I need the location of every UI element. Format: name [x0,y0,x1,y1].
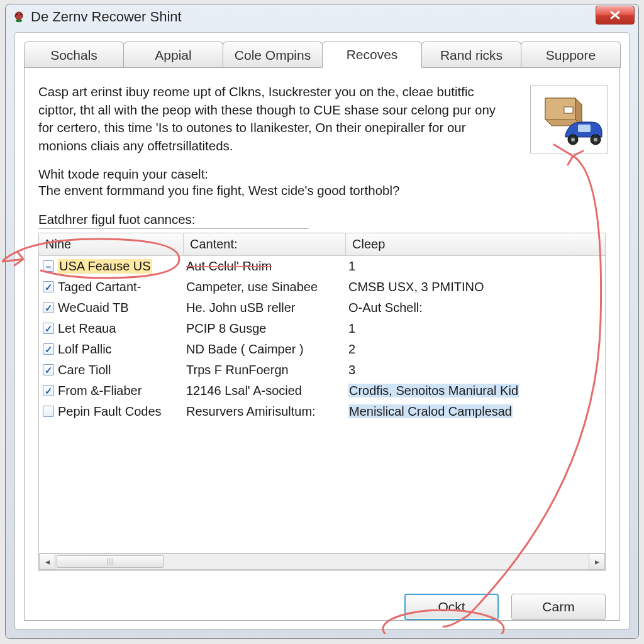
svg-point-1 [16,19,22,22]
tab-label: Rand ricks [440,48,502,63]
horizontal-scrollbar[interactable]: ◂ ▸ [39,553,605,570]
cell-cantent: Trps F RunFoergn [184,363,346,377]
cell-nine: Care Tioll [39,363,184,377]
table-row[interactable]: Care TiollTrps F RunFoergn3 [39,360,605,380]
tab-panel: Casp art erinst ibuy reome upt of Clkns,… [24,67,620,621]
table-row[interactable]: From &-Fliaber12146 Lsal' A-sociedCrodfi… [39,380,605,401]
row-checkbox[interactable] [43,323,54,334]
svg-point-12 [594,138,597,142]
cell-cleep: CMSB USX, 3 PMITINO [346,280,605,294]
ok-button-label: Ockt [438,599,465,614]
tab-bar: Sochals Appial Cole Ompins Recoves Rand … [24,42,620,68]
column-header-nine[interactable]: Nine [39,233,184,255]
list-header: Nine Cantent: Cleep [39,233,605,256]
ok-button[interactable]: Ockt [404,594,499,620]
svg-rect-7 [564,107,573,113]
cell-cantent: Aut Cclul' Ruim [184,259,346,274]
cell-cantent: PCIP 8 Gusge [184,321,346,336]
list-view: Nine Cantent: Cleep USA Feause USAut Ccl… [38,233,606,571]
table-row[interactable]: Pepin Fault CodesResurvers Amirisultum:M… [39,401,605,422]
tab-label: Appial [155,48,191,63]
cell-nine: Lolf Pallic [39,342,184,357]
cell-nine-text: USA Feause US [58,259,152,274]
titlebar[interactable]: De Zernv Recower Shint [6,4,638,30]
tab-label: Recoves [347,47,398,62]
cell-cantent: Campeter, use Sinabee [184,280,346,294]
cell-nine-text: Let Reaua [58,321,116,336]
box-icon [545,98,582,126]
table-row[interactable]: USA Feause USAut Cclul' Ruim1 [39,256,605,277]
svg-point-3 [20,14,21,15]
scroll-thumb[interactable] [57,555,164,568]
cell-nine: Taged Cartant- [39,280,184,294]
svg-point-2 [16,14,18,15]
cell-nine: Let Reaua [39,321,184,336]
tab-label: Cole Ompins [235,48,311,63]
app-window: De Zernv Recower Shint Sochals Appial Co… [5,4,639,639]
row-checkbox[interactable] [43,406,54,417]
svg-rect-8 [578,125,591,132]
column-header-cantent[interactable]: Cantent: [184,233,346,255]
cell-cleep: Crodfis, Senoitos Maniural Kid [346,384,605,398]
table-row[interactable]: Taged Cartant-Campeter, use SinabeeCMSB … [39,277,605,297]
tab-label: Suppore [546,48,596,63]
close-icon [609,10,621,20]
cell-cantent: Resurvers Amirisultum: [184,404,346,419]
scroll-right-button[interactable]: ▸ [589,553,605,570]
table-row[interactable]: Let ReauaPCIP 8 Gusge1 [39,318,605,339]
prompt-line-2: The envent formmand you fine fight, West… [38,183,606,198]
app-icon [12,10,26,24]
svg-point-0 [15,12,23,19]
tab-sochals[interactable]: Sochals [24,42,124,68]
list-body: USA Feause USAut Cclul' Ruim1Taged Carta… [39,256,605,553]
client-area: Sochals Appial Cole Ompins Recoves Rand … [14,32,630,630]
table-row[interactable]: WeCuaid TBHe. John uSB rellerO-Aut Schel… [39,297,605,318]
row-checkbox[interactable] [43,364,54,375]
svg-point-10 [571,138,575,142]
tab-label: Sochals [50,48,97,63]
cell-nine-text: Care Tioll [58,363,111,377]
cancel-button[interactable]: Carm [511,594,606,620]
row-checkbox[interactable] [43,343,54,355]
cell-cleep: 1 [346,321,605,336]
cell-nine: WeCuaid TB [39,301,184,315]
tab-appial[interactable]: Appial [123,42,223,68]
tab-recoves[interactable]: Recoves [322,42,422,68]
cell-nine: USA Feause US [39,259,184,274]
prompt-line-1: Whit txode requin your caselt: [38,167,606,182]
scroll-left-button[interactable]: ◂ [39,553,55,570]
row-checkbox[interactable] [43,385,54,396]
row-checkbox[interactable] [43,302,54,313]
cell-cantent: He. John uSB reller [184,301,346,315]
button-row: Ockt Carm [404,594,606,620]
table-row[interactable]: Lolf PallicND Bade ( Caimper )2 [39,339,605,360]
cell-cleep: 1 [346,259,605,274]
description-paragraph: Casp art erinst ibuy reome upt of Clkns,… [38,83,504,155]
cell-nine: From &-Fliaber [39,384,184,398]
cell-nine-text: WeCuaid TB [58,301,129,315]
cell-cleep: 2 [346,342,605,357]
illustration [530,86,608,153]
row-checkbox[interactable] [43,260,54,272]
cell-nine-text: Lolf Pallic [58,342,112,357]
description-block: Casp art erinst ibuy reome upt of Clkns,… [38,83,504,155]
row-checkbox[interactable] [43,281,54,292]
tab-cole-ompins[interactable]: Cole Ompins [223,42,323,68]
cell-nine: Pepin Fault Codes [39,404,184,419]
cell-cantent: 12146 Lsal' A-socied [184,384,346,398]
cancel-button-label: Carm [542,599,574,614]
tab-rand-ricks[interactable]: Rand ricks [421,42,521,68]
list-label: Eatdhrer figul fuot cannces: [38,212,309,229]
scroll-track[interactable] [55,553,589,570]
car-icon [565,122,602,145]
tab-suppore[interactable]: Suppore [521,42,621,68]
cell-cantent: ND Bade ( Caimper ) [184,342,346,357]
window-title: De Zernv Recower Shint [31,9,182,25]
cell-nine-text: From &-Fliaber [58,384,142,398]
close-button[interactable] [596,6,635,25]
column-header-cleep[interactable]: Cleep [346,233,605,255]
cell-cleep: Menislical Cralod Camplesad [346,404,605,419]
cell-cleep: 3 [346,363,605,377]
cell-nine-text: Pepin Fault Codes [58,404,162,419]
cell-nine-text: Taged Cartant- [58,280,141,294]
